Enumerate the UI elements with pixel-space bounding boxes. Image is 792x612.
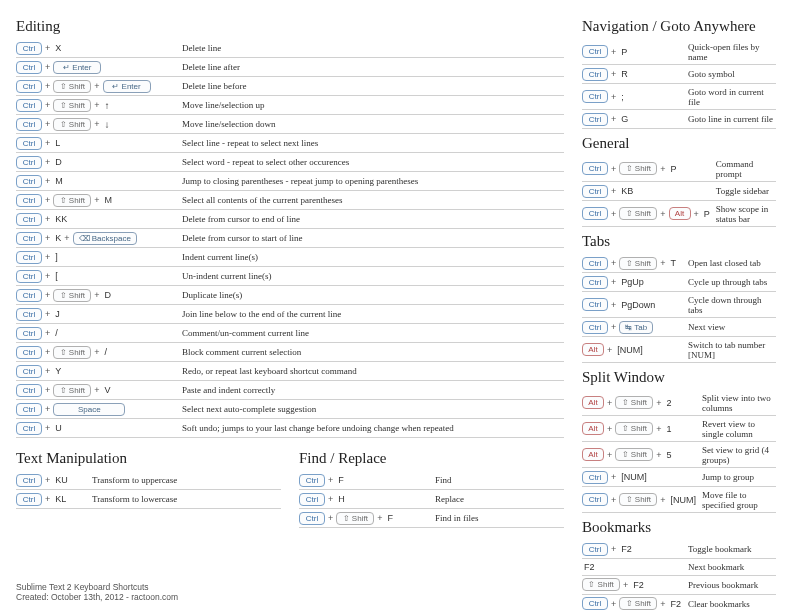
section-split-window: Split WindowAlt+⇧ Shift+2Split view into…	[582, 369, 776, 513]
ctrl-key: Ctrl	[582, 90, 608, 103]
section-title: Editing	[16, 18, 564, 35]
ctrl-key: Ctrl	[582, 162, 608, 175]
plus-separator: +	[660, 209, 665, 219]
left-column: EditingCtrl+XDelete lineCtrl+↵ EnterDele…	[16, 12, 564, 612]
alt-key: Alt	[669, 207, 691, 220]
plus-separator: +	[45, 404, 50, 414]
shortcut-table: Alt+⇧ Shift+2Split view into two columns…	[582, 390, 776, 513]
ctrl-key: Ctrl	[582, 257, 608, 270]
key-text: KK	[55, 214, 67, 224]
key-text: KU	[55, 475, 68, 485]
key-cap: ↹ Tab	[619, 321, 653, 334]
shortcut-description: Toggle bookmark	[682, 540, 776, 559]
shortcut-row: Ctrl+XDelete line	[16, 39, 564, 58]
plus-separator: +	[45, 138, 50, 148]
ctrl-key: Ctrl	[16, 194, 42, 207]
shortcut-description: Delete from cursor to start of line	[176, 229, 564, 248]
shortcut-row: Ctrl+FFind	[299, 471, 564, 490]
plus-separator: +	[611, 69, 616, 79]
plus-separator: +	[694, 209, 699, 219]
shortcut-description: Block comment current selection	[176, 343, 564, 362]
ctrl-key: Ctrl	[16, 232, 42, 245]
ctrl-key: Ctrl	[582, 276, 608, 289]
shortcut-keys: Ctrl+⇧ Shift+[NUM]	[582, 487, 696, 513]
shortcut-description: Command prompt	[710, 156, 776, 182]
plus-separator: +	[328, 475, 333, 485]
shortcut-keys: Ctrl+⇧ Shift+D	[16, 286, 176, 305]
shortcut-description: Paste and indent correctly	[176, 381, 564, 400]
shortcut-description: Delete line after	[176, 58, 564, 77]
shortcut-row: Ctrl+⇧ Shift+FFind in files	[299, 509, 564, 528]
plus-separator: +	[611, 599, 616, 609]
shift-key: ⇧ Shift	[615, 396, 653, 409]
plus-separator: +	[607, 345, 612, 355]
shortcut-description: Transform to uppercase	[86, 471, 281, 490]
shortcut-description: Clear bookmarks	[682, 594, 776, 612]
shortcut-description: Goto word in current file	[682, 84, 776, 110]
key-text: H	[338, 494, 345, 504]
section-bookmarks: BookmarksCtrl+F2Toggle bookmarkF2Next bo…	[582, 519, 776, 612]
section-title: Split Window	[582, 369, 776, 386]
ctrl-key: Ctrl	[16, 403, 42, 416]
ctrl-key: Ctrl	[299, 474, 325, 487]
shift-key: ⇧ Shift	[619, 257, 657, 270]
shortcut-row: Ctrl+⇧ Shift+/Block comment current sele…	[16, 343, 564, 362]
shortcut-row: Ctrl+⇧ Shift+[NUM]Move file to specified…	[582, 487, 776, 513]
shortcut-description: Soft undo; jumps to your last change bef…	[176, 419, 564, 438]
shortcut-keys: Alt+⇧ Shift+5	[582, 442, 696, 468]
ctrl-key: Ctrl	[582, 321, 608, 334]
key-text: P	[621, 47, 627, 57]
key-text: M	[55, 176, 63, 186]
plus-separator: +	[611, 186, 616, 196]
ctrl-key: Ctrl	[582, 543, 608, 556]
shortcut-row: Alt+⇧ Shift+5Set view to grid (4 groups)	[582, 442, 776, 468]
shortcut-row: Ctrl+]Indent current line(s)	[16, 248, 564, 267]
shortcut-description: Delete from cursor to end of line	[176, 210, 564, 229]
ctrl-key: Ctrl	[16, 384, 42, 397]
shortcut-description: Show scope in status bar	[710, 201, 776, 227]
shortcut-row: Ctrl+/Comment/un-comment current line	[16, 324, 564, 343]
shortcut-keys: Ctrl+D	[16, 153, 176, 172]
shortcut-description: Select line - repeat to select next line…	[176, 134, 564, 153]
key-text: KL	[55, 494, 66, 504]
ctrl-key: Ctrl	[16, 99, 42, 112]
plus-separator: +	[611, 209, 616, 219]
plus-separator: +	[328, 494, 333, 504]
ctrl-key: Ctrl	[16, 270, 42, 283]
shortcut-row: Ctrl+PQuick-open files by name	[582, 39, 776, 65]
shift-key: ⇧ Shift	[53, 99, 91, 112]
plus-separator: +	[45, 233, 50, 243]
shift-key: ⇧ Shift	[619, 493, 657, 506]
alt-key: Alt	[582, 422, 604, 435]
shortcut-table: Ctrl+FFindCtrl+HReplaceCtrl+⇧ Shift+FFin…	[299, 471, 564, 528]
plus-separator: +	[660, 164, 665, 174]
key-cap: ↵ Enter	[53, 61, 101, 74]
shortcut-description: Quick-open files by name	[682, 39, 776, 65]
shortcut-keys: Ctrl+H	[299, 490, 429, 509]
shortcut-keys: Alt+⇧ Shift+1	[582, 416, 696, 442]
ctrl-key: Ctrl	[582, 45, 608, 58]
shortcut-keys: Ctrl+L	[16, 134, 176, 153]
shortcut-row: Ctrl+YRedo, or repeat last keyboard shor…	[16, 362, 564, 381]
subcolumns: Text ManipulationCtrl+KUTransform to upp…	[16, 444, 564, 528]
alt-key: Alt	[582, 396, 604, 409]
shortcut-keys: Ctrl+⇧ Shift+V	[16, 381, 176, 400]
key-text: PgUp	[621, 277, 644, 287]
plus-separator: +	[45, 252, 50, 262]
plus-separator: +	[45, 176, 50, 186]
shortcut-keys: Ctrl+⇧ Shift+P	[582, 156, 710, 182]
shortcut-description: Jump to closing parentheses - repeat jum…	[176, 172, 564, 191]
shortcut-row: Ctrl+⇧ Shift+MSelect all contents of the…	[16, 191, 564, 210]
shortcut-row: F2Next bookmark	[582, 559, 776, 576]
shortcut-keys: Ctrl+J	[16, 305, 176, 324]
ctrl-key: Ctrl	[582, 493, 608, 506]
ctrl-key: Ctrl	[582, 68, 608, 81]
shortcut-keys: ⇧ Shift+F2	[582, 575, 682, 594]
ctrl-key: Ctrl	[16, 346, 42, 359]
shortcut-table: Ctrl+KUTransform to uppercaseCtrl+KLTran…	[16, 471, 281, 509]
section-title: Tabs	[582, 233, 776, 250]
shortcut-row: Ctrl+⇧ Shift+DDuplicate line(s)	[16, 286, 564, 305]
key-text: F2	[633, 580, 644, 590]
ctrl-key: Ctrl	[16, 61, 42, 74]
section-find-replace: Find / ReplaceCtrl+FFindCtrl+HReplaceCtr…	[299, 444, 564, 528]
